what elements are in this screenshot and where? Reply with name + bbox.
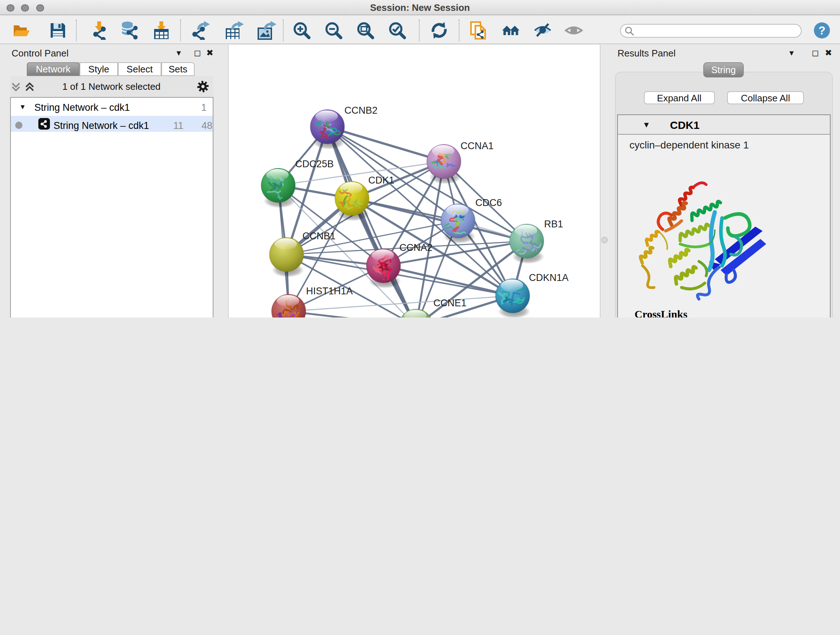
- svg-text:CCNA2: CCNA2: [399, 242, 433, 253]
- svg-text:CDC6: CDC6: [475, 197, 502, 208]
- svg-text:CCNA1: CCNA1: [461, 141, 494, 151]
- svg-text:CCNB1: CCNB1: [302, 231, 336, 241]
- svg-text:CDKN1A: CDKN1A: [529, 272, 569, 283]
- svg-text:CCNB2: CCNB2: [344, 105, 378, 116]
- svg-text:RB1: RB1: [544, 219, 563, 230]
- svg-text:HIST1H1A: HIST1H1A: [306, 286, 353, 296]
- svg-text:CCNE1: CCNE1: [433, 298, 467, 309]
- svg-text:CDC25B: CDC25B: [295, 158, 334, 169]
- svg-text:CDK1: CDK1: [368, 175, 394, 186]
